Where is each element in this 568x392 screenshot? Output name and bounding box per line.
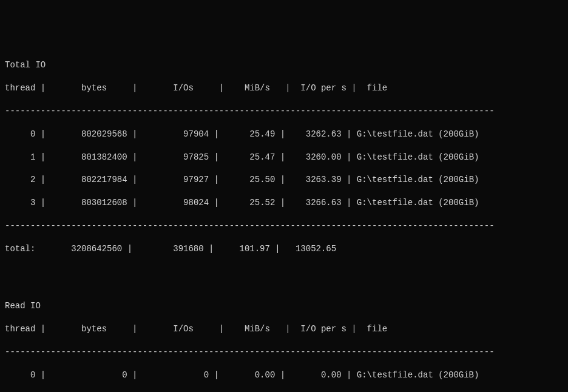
total-row: total: 3208642560 | 391680 | 101.97 | 13… [5, 243, 563, 255]
section-title: Read IO [5, 300, 563, 312]
table-header: thread | bytes | I/Os | MiB/s | I/O per … [5, 83, 563, 94]
table-row: 1 | 801382400 | 97825 | 25.47 | 3260.00 … [5, 152, 563, 163]
divider: ----------------------------------------… [5, 106, 563, 117]
table-row: 3 | 803012608 | 98024 | 25.52 | 3266.63 … [5, 197, 563, 209]
table-row: 2 | 802217984 | 97927 | 25.50 | 3263.39 … [5, 174, 563, 186]
divider: ----------------------------------------… [5, 220, 563, 232]
section-title: Total IO [5, 59, 563, 71]
divider: ----------------------------------------… [5, 346, 563, 358]
table-row: 0 | 802029568 | 97904 | 25.49 | 3262.63 … [5, 129, 563, 140]
blank-line [5, 266, 563, 277]
table-row: 0 | 0 | 0 | 0.00 | 0.00 | G:\testfile.da… [5, 370, 563, 381]
table-header: thread | bytes | I/Os | MiB/s | I/O per … [5, 323, 563, 335]
